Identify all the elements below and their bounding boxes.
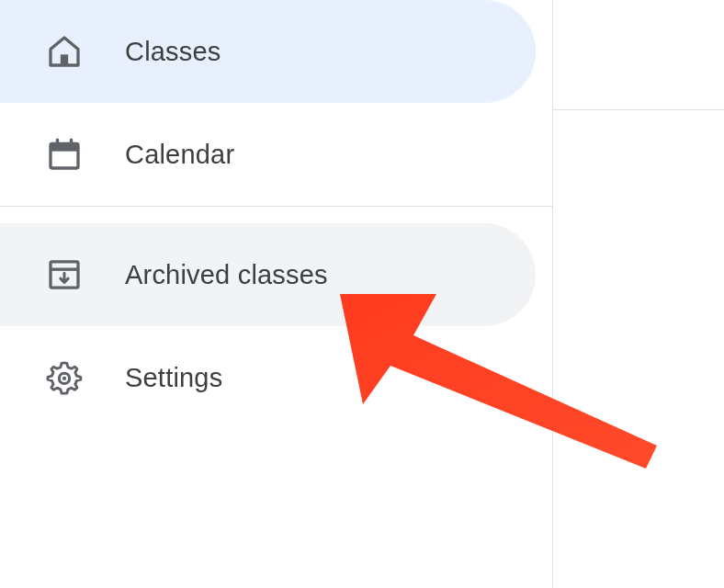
gear-icon [44,357,85,398]
sidebar-item-archived-classes[interactable]: Archived classes [0,223,536,326]
sidebar-item-label: Calendar [125,140,234,170]
home-icon [44,31,85,72]
calendar-icon [44,134,85,175]
archive-icon [44,254,85,295]
sidebar-item-settings[interactable]: Settings [0,326,536,429]
sidebar-item-calendar[interactable]: Calendar [0,103,536,206]
sidebar-item-label: Settings [125,363,222,393]
sidebar: Classes Calendar [0,0,553,588]
svg-rect-0 [61,54,68,65]
sidebar-item-label: Classes [125,37,221,67]
svg-rect-2 [51,143,78,151]
nav-section-top: Classes Calendar [0,0,552,206]
content-divider [553,109,724,110]
nav-section-bottom: Archived classes Settings [0,207,552,429]
sidebar-item-classes[interactable]: Classes [0,0,536,103]
svg-point-8 [62,377,66,380]
sidebar-item-label: Archived classes [125,260,328,290]
